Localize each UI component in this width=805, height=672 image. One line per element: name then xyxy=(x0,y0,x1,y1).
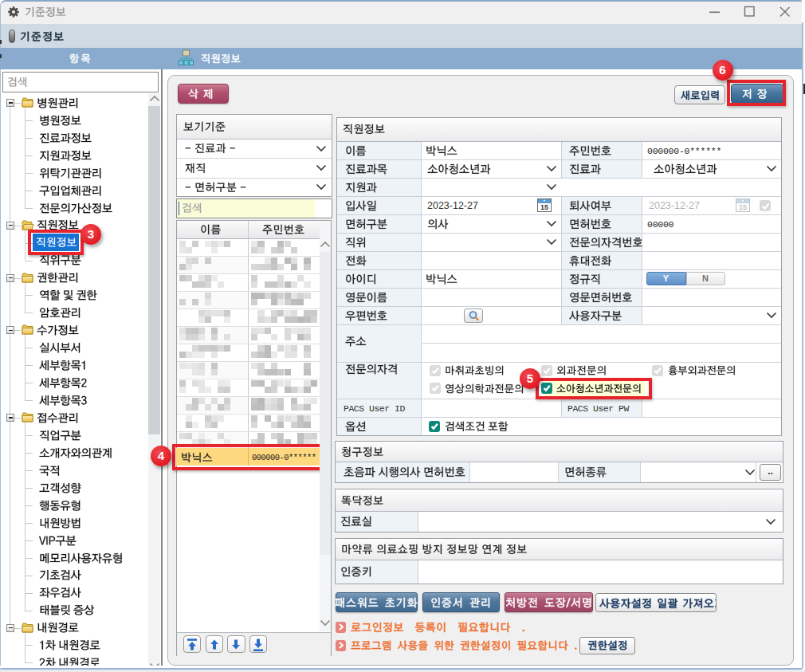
svg-text:15: 15 xyxy=(540,203,548,211)
svg-text:15: 15 xyxy=(739,203,747,211)
